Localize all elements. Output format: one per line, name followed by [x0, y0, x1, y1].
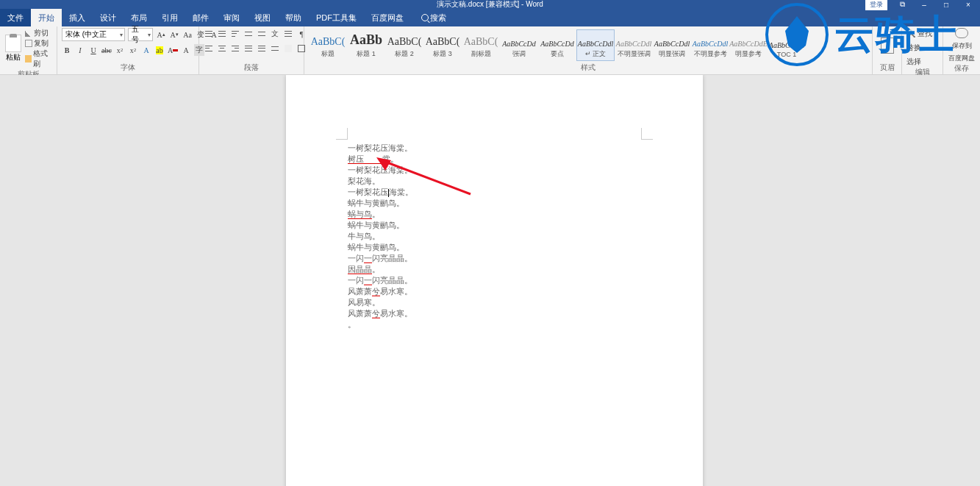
tab-insert[interactable]: 插入 [62, 9, 93, 26]
style-name-label: 明显强调 [654, 49, 690, 59]
tab-design[interactable]: 设计 [93, 9, 124, 26]
asian-layout-button[interactable]: 文 [270, 28, 280, 40]
bold-button[interactable]: B [62, 44, 72, 56]
font-size-dropdown[interactable]: 五号 [128, 28, 153, 41]
style-preview: AaBb [348, 32, 385, 48]
knight-logo-icon [765, 3, 829, 66]
style-item-标题[interactable]: AaBbC(标题 [309, 29, 347, 61]
strikethrough-button[interactable]: abc [101, 44, 112, 56]
style-item-要点[interactable]: AaBbCcDd要点 [538, 29, 576, 61]
style-name-label: 副标题 [462, 49, 499, 59]
tab-baidu-disk[interactable]: 百度网盘 [364, 9, 411, 26]
style-item-↵-正文[interactable]: AaBbCcDdl↵ 正文 [576, 29, 615, 61]
increase-font-button[interactable]: A▴ [156, 29, 166, 40]
style-preview: AaBbCcDdl [615, 32, 652, 48]
tab-help[interactable]: 帮助 [278, 9, 309, 26]
line-spacing-button[interactable] [270, 43, 280, 54]
search-label: 搜索 [430, 12, 446, 24]
document-page[interactable]: 一树梨花压海棠。树压 棠。一树梨花压海棠。梨花海。一树梨花压海棠。蜗牛与黄鹂鸟。… [286, 75, 703, 486]
italic-button[interactable]: I [75, 44, 85, 56]
group-font: 宋体 (中文正 五号 A▴ A▾ Aa 变 A B I U abc x2 x2 … [57, 26, 199, 74]
numbered-list-button[interactable] [217, 29, 227, 39]
font-color-button[interactable]: A [168, 44, 178, 56]
paste-icon [5, 35, 21, 52]
justify-button[interactable] [243, 43, 254, 54]
close-button[interactable]: × [961, 1, 976, 9]
underline-button[interactable]: U [88, 44, 99, 56]
style-item-标题-3[interactable]: AaBbC(标题 3 [423, 29, 462, 61]
decrease-indent-button[interactable] [243, 29, 254, 39]
style-preview: AaBbCcDdE [730, 32, 767, 48]
style-preview: AaBbCcDd [539, 32, 576, 48]
style-name-label: 不明显参考 [692, 49, 729, 59]
align-left-button[interactable] [204, 43, 214, 54]
increase-indent-button[interactable] [257, 29, 267, 39]
distribute-button[interactable] [257, 43, 267, 54]
tab-mailings[interactable]: 邮件 [185, 9, 216, 26]
search-icon [421, 14, 429, 21]
cut-button[interactable]: 剪切 [25, 28, 52, 38]
shading-button[interactable] [283, 43, 293, 54]
paragraph-group-label: 段落 [204, 62, 299, 74]
style-name-label: 标题 2 [386, 49, 423, 59]
svg-line-0 [385, 162, 471, 194]
tab-file[interactable]: 文件 [0, 9, 31, 26]
copy-button[interactable]: 复制 [25, 38, 52, 49]
style-item-标题-2[interactable]: AaBbC(标题 2 [385, 29, 423, 61]
watermark-text: 云骑士 [834, 8, 958, 62]
svg-marker-1 [376, 157, 391, 171]
multilevel-list-button[interactable] [230, 29, 240, 39]
document-title: 演示文稿.docx [兼容模式] - Word [437, 0, 543, 10]
style-name-label: 明显参考 [730, 49, 767, 59]
highlight-button[interactable]: ab [154, 44, 165, 56]
style-preview: AaBbCcDdl [654, 32, 690, 48]
sort-button[interactable] [283, 29, 293, 39]
style-item-不明显参考[interactable]: AaBbCcDdl不明显参考 [691, 29, 729, 61]
style-item-明显强调[interactable]: AaBbCcDdl明显强调 [653, 29, 691, 61]
tab-pdf-tools[interactable]: PDF工具集 [309, 9, 364, 26]
font-family-dropdown[interactable]: 宋体 (中文正 [62, 28, 125, 41]
style-preview: AaBbC( [462, 32, 499, 48]
style-item-不明显强调[interactable]: AaBbCcDdl不明显强调 [615, 29, 653, 61]
document-canvas[interactable]: 一树梨花压海棠。树压 棠。一树梨花压海棠。梨花海。一树梨花压海棠。蜗牛与黄鹂鸟。… [0, 75, 980, 486]
align-center-button[interactable] [217, 43, 227, 54]
scissors-icon [25, 29, 32, 37]
style-name-label: 标题 3 [424, 49, 461, 59]
text-effects-button[interactable]: A [141, 44, 151, 56]
superscript-button[interactable]: x2 [128, 44, 138, 56]
watermark-logo: 云骑士 [765, 3, 958, 66]
paste-button[interactable]: 粘贴 [4, 35, 22, 62]
style-name-label: 标题 1 [348, 49, 385, 59]
style-preview: AaBbC( [386, 32, 423, 48]
style-preview: AaBbCcDdl [577, 32, 614, 48]
font-group-label: 字体 [62, 62, 194, 74]
paste-label: 粘贴 [4, 52, 22, 62]
style-item-副标题[interactable]: AaBbC(副标题 [462, 29, 500, 61]
style-item-明显参考[interactable]: AaBbCcDdE明显参考 [729, 29, 768, 61]
style-name-label: 标题 [310, 49, 346, 59]
style-preview: AaBbCcDdl [692, 32, 729, 48]
tab-view[interactable]: 视图 [247, 9, 278, 26]
brush-icon [25, 55, 32, 62]
style-item-强调[interactable]: AaBbCcDd强调 [500, 29, 538, 61]
change-case-button[interactable]: Aa [182, 29, 193, 40]
tab-review[interactable]: 审阅 [216, 9, 247, 26]
style-preview: AaBbC( [310, 32, 346, 48]
align-right-button[interactable] [230, 43, 240, 54]
char-border-button[interactable]: A [181, 44, 191, 56]
tab-references[interactable]: 引用 [154, 9, 185, 26]
tab-home[interactable]: 开始 [31, 9, 62, 26]
style-item-标题-1[interactable]: AaBb标题 1 [347, 29, 385, 61]
style-preview: AaBbC( [424, 32, 461, 48]
style-name-label: 不明显强调 [615, 49, 652, 59]
style-name-label: 要点 [539, 49, 576, 59]
copy-icon [25, 40, 32, 47]
subscript-button[interactable]: x2 [115, 44, 125, 56]
tab-search[interactable]: 搜索 [414, 9, 454, 26]
bullet-list-button[interactable] [204, 29, 214, 39]
group-clipboard: 粘贴 剪切 复制 格式刷 剪贴板 [0, 26, 57, 74]
style-preview: AaBbCcDd [501, 32, 537, 48]
decrease-font-button[interactable]: A▾ [169, 29, 179, 40]
group-paragraph: 文 ¶ 段落 [199, 26, 304, 74]
format-painter-button[interactable]: 格式刷 [25, 49, 52, 69]
